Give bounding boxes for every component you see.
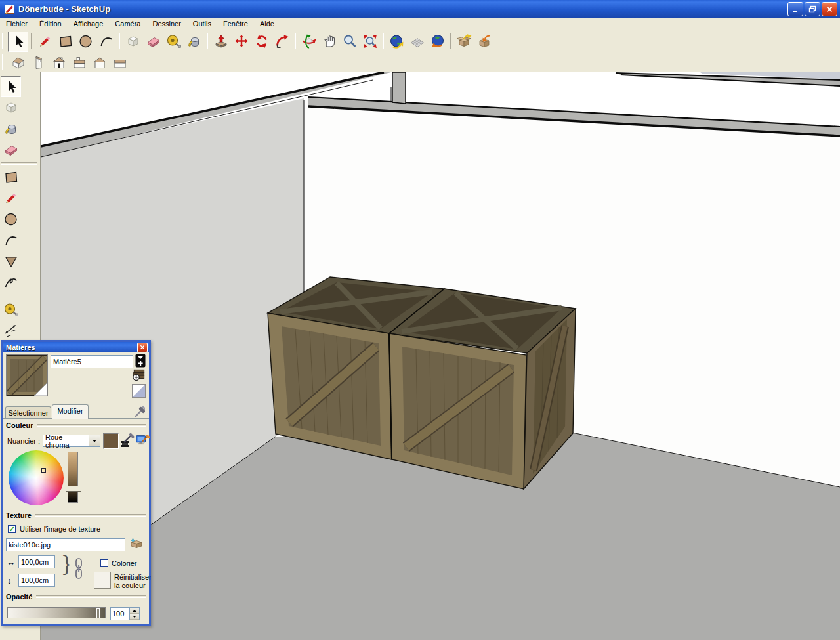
minimize-button[interactable] [788,2,803,16]
opacity-spinbox[interactable] [110,607,140,620]
material-stack-icon[interactable] [132,368,146,382]
texture-width-input[interactable] [18,555,55,568]
circle-icon [3,211,19,227]
offset-tool-button[interactable] [272,32,292,52]
use-texture-checkbox[interactable]: ✓ [8,525,16,533]
zoom-extents-button[interactable] [360,32,380,52]
tab-modifier[interactable]: Modifier [52,404,89,419]
polygon-icon [3,253,19,269]
palette-eraser-button[interactable] [1,139,21,160]
palette-polygon-button[interactable] [1,251,21,272]
eraser-tool-button[interactable] [143,32,163,52]
top-view-button[interactable] [28,53,49,73]
rotate-icon [254,33,270,49]
left-view-button[interactable] [110,53,130,73]
material-preview-thumbnail[interactable] [6,354,48,396]
orbit-tool-button[interactable] [299,32,319,52]
colorize-checkbox[interactable] [100,559,108,567]
arc-tool-button[interactable] [96,32,116,52]
close-button[interactable] [822,2,837,16]
spin-down-icon[interactable] [130,614,139,620]
zoom-extents-icon [362,33,378,49]
menu-camera[interactable]: Caméra [109,19,146,28]
photo-textures-button[interactable] [427,32,448,52]
tab-selectionner[interactable]: Sélectionner [5,406,51,419]
right-view-button[interactable] [69,53,89,73]
materials-dialog-close-button[interactable] [137,343,148,352]
menu-fenetre[interactable]: Fenêtre [217,19,254,28]
zoom-tool-button[interactable] [339,32,360,52]
match-color-object-button[interactable] [120,433,135,448]
opacity-value-input[interactable] [111,608,129,620]
opacity-slider-handle[interactable] [96,608,100,618]
chevron-down-icon[interactable] [89,435,100,446]
share-model-button[interactable] [474,32,495,52]
value-slider-handle[interactable] [66,486,81,492]
toolbar-grip[interactable] [2,54,5,70]
brace-glyph: } [61,550,72,578]
link-chain-icon[interactable] [74,556,83,581]
palette-circle-button[interactable] [1,209,21,230]
reset-color-button[interactable] [94,572,111,589]
zoom-icon [342,33,358,49]
palette-tape-measure-button[interactable] [1,299,21,320]
menu-dessiner[interactable]: Dessiner [146,19,186,28]
menu-outils[interactable]: Outils [187,19,217,28]
color-wheel-marker[interactable] [41,468,46,473]
opacity-slider-track[interactable] [7,607,106,618]
front-view-button[interactable] [49,53,69,73]
iso-view-button[interactable] [8,53,28,73]
texture-filename-input[interactable] [6,538,125,551]
paint-bucket-button[interactable] [184,32,204,52]
select-icon [10,33,26,49]
palette-paint-bucket-button[interactable] [1,118,21,139]
title-bar: Dönerbude - SketchUp [0,0,840,18]
select-tool-button[interactable] [8,32,28,52]
arc-icon [98,33,114,49]
materials-dialog-titlebar[interactable]: Matières [3,342,149,352]
add-location-button[interactable] [387,32,407,52]
value-slider-track[interactable] [68,452,78,503]
spin-up-icon[interactable] [130,608,139,614]
tab-selectionner-label: Sélectionner [8,409,48,417]
push-pull-icon [213,33,229,49]
tape-measure-button[interactable] [163,32,184,52]
move-tool-button[interactable] [231,32,251,52]
palette-line-button[interactable] [1,188,21,209]
palette-freehand-button[interactable] [1,272,21,293]
menu-fichier[interactable]: Fichier [0,19,33,28]
palette-make-component-button[interactable] [1,97,21,118]
make-component-button[interactable] [123,32,143,52]
palette-dimension-button[interactable] [1,320,21,341]
toggle-terrain-button[interactable] [407,32,427,52]
push-pull-button[interactable] [211,32,231,52]
restore-button[interactable] [805,2,820,16]
circle-tool-button[interactable] [75,32,96,52]
color-group-header: Couleur [6,421,146,429]
palette-rectangle-button[interactable] [1,167,21,188]
menu-edition[interactable]: Édition [33,19,68,28]
line-tool-button[interactable] [35,32,55,52]
palette-arc-button[interactable] [1,230,21,251]
material-name-input[interactable] [51,355,133,368]
pan-tool-button[interactable] [319,32,339,52]
nuancier-dropdown[interactable]: Roue chroma [43,435,100,447]
get-models-button[interactable] [454,32,474,52]
toolbar-grip[interactable] [2,33,5,49]
rotate-tool-button[interactable] [251,32,272,52]
nuancier-label: Nuancier : [7,437,40,445]
create-material-button[interactable] [135,354,146,368]
nuancier-value: Roue chroma [43,433,89,449]
texture-height-input[interactable] [18,574,55,587]
color-wheel[interactable] [9,450,64,505]
back-view-button[interactable] [89,53,110,73]
match-color-screen-button[interactable] [135,433,150,448]
rectangle-tool-button[interactable] [55,32,75,52]
menu-aide[interactable]: Aide [254,19,280,28]
model-viewport[interactable] [41,72,840,640]
palette-select-button[interactable] [1,76,21,97]
split-sample-toggle[interactable] [132,384,146,398]
browse-texture-button[interactable] [129,537,144,550]
menu-affichage[interactable]: Affichage [68,19,110,28]
sample-paint-eyedropper-button[interactable] [133,402,145,418]
